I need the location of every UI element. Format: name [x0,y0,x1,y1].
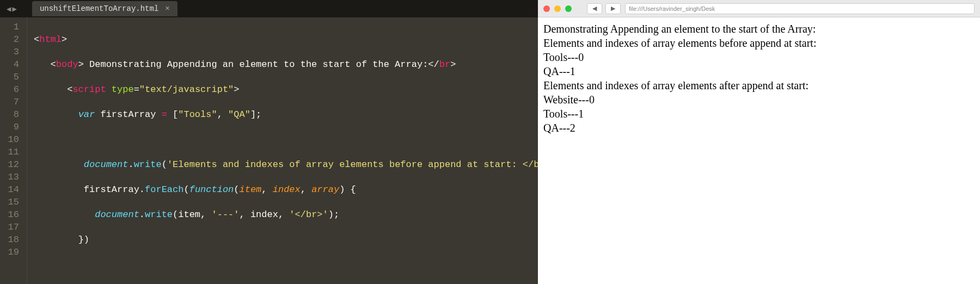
line-number: 18 [0,233,19,246]
line-number: 19 [0,246,19,258]
line-number: 15 [0,196,19,208]
line-number: 4 [0,58,19,71]
maximize-window-icon[interactable] [565,5,572,12]
output-line: QA---1 [543,64,975,78]
nav-back-icon[interactable]: ◀ [7,4,11,14]
browser-back-button[interactable]: ◀ [587,3,602,14]
output-line: Elements and indexes of array elements b… [543,36,975,50]
code-line: <body> Demonstrating Appending an elemen… [34,58,538,71]
window-controls [543,5,572,12]
code-line: <html> [34,33,538,46]
line-number: 3 [0,46,19,58]
line-number: 16 [0,208,19,221]
line-number: 5 [0,71,19,83]
line-number: 2 [0,33,19,46]
browser-panel: ◀ ▶ file:///Users/ravinder_singh/Desk De… [538,0,980,284]
line-number: 10 [0,133,19,146]
line-number-gutter: 1 2 3 4 5 6 7 8 9 10 11 12 13 14 15 16 1… [0,17,27,284]
browser-nav-buttons: ◀ ▶ [587,3,621,14]
line-number: 12 [0,158,19,171]
url-bar[interactable]: file:///Users/ravinder_singh/Desk [625,3,975,14]
line-number: 1 [0,21,19,33]
close-icon[interactable]: × [165,4,169,13]
code-line: }) [34,233,538,246]
browser-forward-button[interactable]: ▶ [605,3,621,14]
close-window-icon[interactable] [543,5,550,12]
nav-forward-icon[interactable]: ▶ [12,4,16,14]
editor-nav-arrows: ◀ ▶ [2,4,21,14]
output-line: Tools---1 [543,107,975,121]
minimize-window-icon[interactable] [554,5,561,12]
line-number: 8 [0,108,19,121]
code-line: document.write('Elements and indexes of … [34,158,538,171]
tab-title: unshiftElementToArray.html [40,4,158,13]
line-number: 13 [0,171,19,183]
browser-toolbar: ◀ ▶ file:///Users/ravinder_singh/Desk [538,0,980,17]
line-number: 9 [0,121,19,133]
line-number: 14 [0,183,19,196]
code-area[interactable]: <html> <body> Demonstrating Appending an… [27,17,538,284]
line-number: 11 [0,146,19,158]
code-line: <script type="text/javascript"> [34,83,538,96]
browser-content: Demonstrating Appending an element to th… [538,17,980,284]
output-line: QA---2 [543,121,975,135]
line-number: 6 [0,83,19,96]
tab-bar: ◀ ▶ unshiftElementToArray.html × [0,0,538,17]
output-line: Demonstrating Appending an element to th… [543,22,975,36]
output-line: Tools---0 [543,50,975,64]
code-line [34,133,538,146]
line-number: 17 [0,221,19,233]
editor-body: 1 2 3 4 5 6 7 8 9 10 11 12 13 14 15 16 1… [0,17,538,284]
code-editor-panel: ◀ ▶ unshiftElementToArray.html × 1 2 3 4… [0,0,538,284]
output-line: Website---0 [543,92,975,107]
output-line: Elements and indexes of array elements a… [543,78,975,92]
line-number: 7 [0,96,19,108]
editor-tab[interactable]: unshiftElementToArray.html × [32,1,177,16]
code-line: firstArray.forEach(function(item, index,… [34,183,538,196]
code-line: document.write(item, '---', index, '</br… [34,208,538,221]
code-line: var firstArray = ["Tools", "QA"]; [34,108,538,121]
code-line [34,258,538,271]
